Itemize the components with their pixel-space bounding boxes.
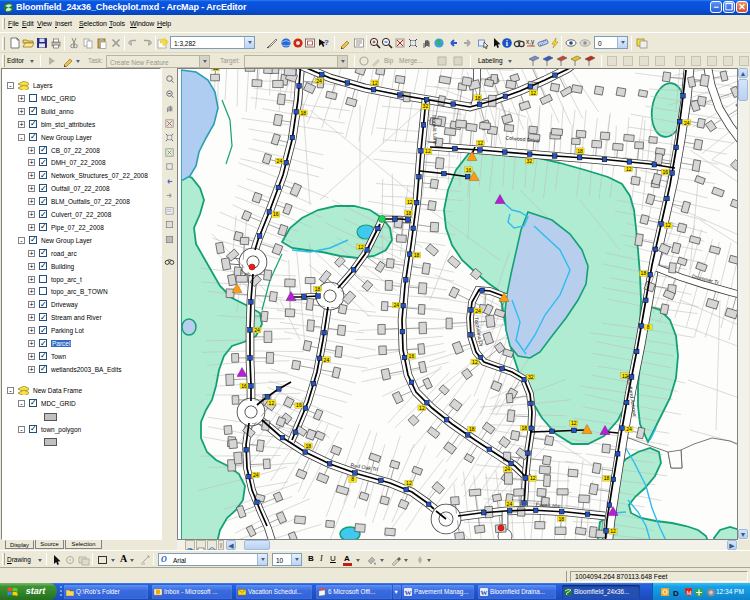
svg-text:12: 12: [419, 405, 425, 411]
svg-text:12: 12: [571, 420, 577, 426]
svg-text:12: 12: [626, 166, 632, 172]
svg-text:18: 18: [305, 443, 311, 449]
svg-text:W: W: [405, 589, 412, 596]
svg-text:18: 18: [475, 95, 481, 101]
svg-text:D: D: [673, 588, 679, 597]
svg-text:12: 12: [531, 90, 537, 96]
svg-text:16: 16: [241, 383, 247, 389]
svg-text:M: M: [687, 589, 692, 595]
svg-text:16: 16: [409, 353, 415, 359]
svg-text:24: 24: [316, 78, 322, 84]
svg-text:18: 18: [577, 148, 583, 154]
svg-text:18: 18: [604, 475, 610, 481]
svg-text:18: 18: [414, 252, 420, 258]
svg-text:12: 12: [372, 80, 378, 86]
svg-text:12: 12: [406, 480, 412, 486]
svg-text:16: 16: [662, 169, 668, 175]
svg-text:24: 24: [507, 501, 513, 507]
svg-text:?: ?: [324, 38, 329, 47]
svg-text:8: 8: [351, 476, 354, 482]
svg-text:18: 18: [641, 270, 647, 276]
svg-text:18: 18: [300, 110, 306, 116]
svg-text:18: 18: [559, 516, 565, 522]
svg-text:18: 18: [315, 286, 321, 292]
svg-text:24: 24: [684, 120, 690, 126]
svg-text:32: 32: [526, 158, 532, 164]
svg-text:18: 18: [406, 210, 412, 216]
svg-text:32: 32: [528, 374, 534, 380]
svg-text:24: 24: [626, 426, 632, 432]
svg-text:8: 8: [647, 324, 650, 330]
svg-text:24: 24: [253, 472, 259, 478]
svg-text:24: 24: [394, 302, 400, 308]
svg-text:18: 18: [521, 425, 527, 431]
svg-text:W: W: [481, 589, 488, 596]
svg-text:12: 12: [530, 475, 536, 481]
svg-text:24: 24: [324, 357, 330, 363]
svg-text:16: 16: [273, 211, 279, 217]
svg-text:24: 24: [254, 327, 260, 333]
svg-text:24: 24: [277, 158, 283, 164]
svg-text:12: 12: [358, 244, 364, 250]
svg-text:12: 12: [213, 68, 219, 71]
svg-text:24: 24: [475, 308, 481, 314]
svg-text:12: 12: [425, 148, 431, 154]
svg-text:12: 12: [472, 359, 478, 365]
svg-text:18: 18: [469, 426, 475, 432]
svg-text:32: 32: [423, 103, 429, 109]
svg-text:24: 24: [505, 466, 511, 472]
svg-text:12: 12: [407, 199, 413, 205]
svg-text:16: 16: [296, 402, 302, 408]
svg-text:16: 16: [466, 167, 472, 173]
svg-text:x,y: x,y: [526, 38, 535, 46]
svg-text:12: 12: [665, 222, 671, 228]
svg-text:12: 12: [478, 140, 484, 146]
svg-text:12: 12: [269, 400, 275, 406]
svg-text:12: 12: [610, 528, 616, 534]
